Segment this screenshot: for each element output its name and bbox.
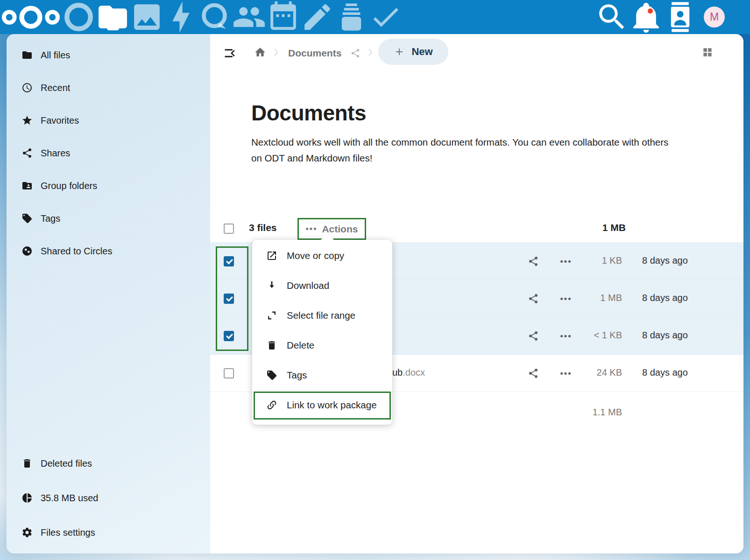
sidebar-item-label: Group folders	[41, 181, 97, 191]
sidebar-item-all-files[interactable]: All files	[10, 44, 206, 66]
app-panel: All files Recent Favorites Shares Group …	[7, 34, 743, 553]
close-navigation-icon[interactable]	[223, 47, 236, 60]
tag-icon	[266, 370, 277, 381]
notification-dot	[648, 8, 653, 14]
notifications-icon[interactable]	[629, 0, 663, 34]
actions-menu: Move or copy Download Select file range …	[252, 240, 392, 425]
sidebar-item-files-settings[interactable]: Files settings	[10, 522, 206, 543]
nextcloud-logo[interactable]	[0, 2, 62, 33]
activity-app-icon[interactable]	[164, 0, 198, 34]
trash-icon	[266, 340, 277, 351]
sidebar-item-shared-to-circles[interactable]: Shared to Circles	[10, 240, 206, 262]
grid-view-icon[interactable]	[701, 46, 714, 58]
menu-item-tags[interactable]: Tags	[252, 362, 392, 388]
file-size: 1 KB	[602, 255, 622, 266]
select-range-icon	[266, 310, 277, 321]
row-checkbox[interactable]	[224, 368, 234, 378]
sidebar-item-label: Shared to Circles	[41, 246, 112, 257]
breadcrumb-current[interactable]: Documents	[288, 48, 341, 59]
page-title: Documents	[251, 100, 366, 126]
folder-icon	[21, 49, 33, 61]
link-icon	[266, 399, 277, 411]
breadcrumb-share-icon[interactable]	[350, 48, 361, 58]
sidebar-item-deleted-files[interactable]: Deleted files	[10, 453, 206, 474]
photos-app-icon[interactable]	[130, 0, 164, 34]
sidebar-item-tags[interactable]: Tags	[10, 208, 206, 229]
sidebar-item-label: 35.8 MB used	[41, 493, 98, 504]
file-extension: .docx	[403, 367, 425, 378]
contacts-app-icon[interactable]	[232, 0, 266, 34]
menu-item-download[interactable]: Download	[252, 273, 392, 299]
sidebar-item-label: All files	[41, 50, 70, 61]
tag-icon	[21, 213, 33, 224]
file-modified: 8 days ago	[642, 330, 688, 341]
more-actions-icon[interactable]: •••	[559, 293, 573, 304]
star-icon	[21, 115, 33, 126]
file-name[interactable]: ub.docx	[392, 367, 425, 378]
sidebar-item-group-folders[interactable]: Group folders	[10, 175, 206, 196]
download-icon	[266, 280, 277, 291]
breadcrumb-chevron-icon	[365, 47, 375, 57]
open-in-new-icon	[266, 250, 277, 261]
new-button[interactable]: New	[378, 39, 448, 65]
sidebar-item-label: Deleted files	[41, 458, 92, 469]
share-icon[interactable]	[528, 256, 539, 267]
file-size: 24 KB	[597, 367, 622, 378]
clock-icon	[21, 82, 33, 93]
tasks-app-icon[interactable]	[368, 0, 403, 34]
more-actions-icon[interactable]: •••	[559, 256, 573, 267]
files-sidebar: All files Recent Favorites Shares Group …	[7, 34, 210, 553]
selected-count: 3 files	[249, 222, 277, 233]
row-checkbox[interactable]	[224, 331, 234, 341]
files-content: Documents New Documents Nextcloud works …	[210, 34, 743, 553]
file-size: < 1 KB	[594, 330, 622, 341]
row-checkbox[interactable]	[224, 256, 234, 266]
sidebar-item-label: Favorites	[41, 115, 79, 126]
more-actions-icon[interactable]: •••	[559, 330, 573, 342]
row-checkbox[interactable]	[224, 294, 234, 304]
share-icon[interactable]	[528, 330, 539, 342]
menu-item-delete[interactable]: Delete	[252, 332, 392, 358]
deck-app-icon[interactable]	[334, 0, 368, 34]
ellipsis-icon: •••	[306, 224, 318, 234]
notes-app-icon[interactable]	[300, 0, 334, 34]
circles-app-icon[interactable]	[62, 0, 96, 34]
sidebar-item-label: Tags	[41, 213, 60, 224]
plus-icon	[394, 46, 405, 57]
search-icon[interactable]	[595, 0, 629, 34]
menu-item-link-to-work-package[interactable]: Link to work package	[252, 392, 392, 418]
breadcrumb-chevron-icon	[271, 47, 281, 57]
sidebar-item-shares[interactable]: Shares	[10, 142, 206, 164]
sidebar-bottom: Deleted files 35.8 MB used Files setting…	[10, 453, 206, 544]
menu-item-select-file-range[interactable]: Select file range	[252, 302, 392, 329]
circles-icon	[21, 245, 33, 257]
select-all-checkbox[interactable]	[224, 224, 234, 234]
file-modified: 8 days ago	[642, 293, 688, 303]
menu-item-move-or-copy[interactable]: Move or copy	[252, 243, 392, 269]
contacts-menu-icon[interactable]	[663, 0, 697, 34]
file-size: 1 MB	[600, 293, 622, 303]
sidebar-item-label: Recent	[41, 83, 70, 93]
selected-size-total: 1 MB	[602, 222, 626, 233]
avatar[interactable]: M	[697, 0, 731, 34]
more-actions-icon[interactable]: •••	[559, 368, 573, 379]
sidebar-item-favorites[interactable]: Favorites	[10, 110, 206, 131]
gear-icon	[21, 527, 33, 538]
top-bar: M	[0, 0, 750, 34]
share-icon[interactable]	[528, 368, 539, 379]
sidebar-item-recent[interactable]: Recent	[10, 77, 206, 98]
home-icon[interactable]	[254, 46, 266, 58]
menu-caret	[320, 233, 334, 240]
files-app-icon[interactable]	[96, 0, 130, 34]
talk-app-icon[interactable]	[198, 0, 232, 34]
trash-icon	[21, 458, 33, 469]
file-list-header: 3 files ••• Actions 1 MB	[210, 215, 743, 243]
file-modified: 8 days ago	[642, 255, 688, 266]
calendar-app-icon[interactable]	[266, 0, 300, 34]
sidebar-item-quota[interactable]: 35.8 MB used	[10, 487, 206, 509]
app-navigation	[62, 0, 403, 34]
share-icon[interactable]	[528, 293, 539, 304]
total-size: 1.1 MB	[593, 407, 622, 418]
top-bar-right: M	[595, 0, 731, 34]
folder-account-icon	[21, 180, 33, 191]
